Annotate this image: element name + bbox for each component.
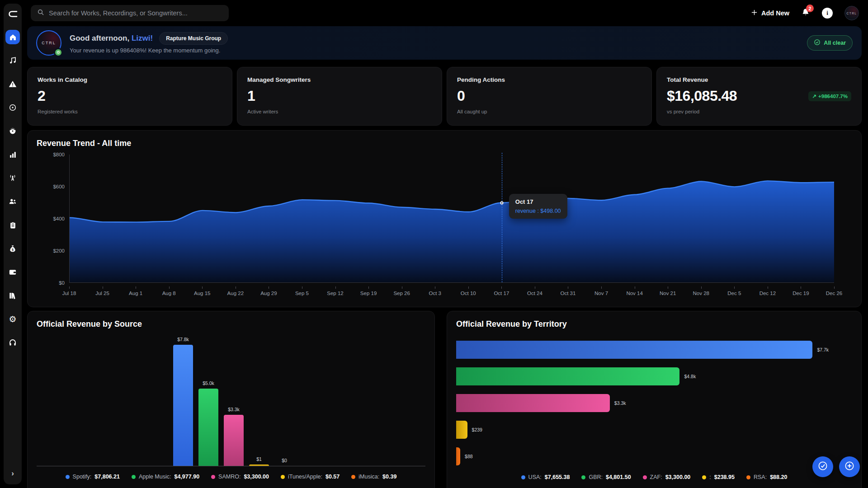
card-works-in-catalog[interactable]: Works in Catalog 2 Registered works (27, 67, 232, 126)
revenue-trend-panel: Revenue Trend - All time $0$200$400$600$… (27, 130, 862, 307)
org-avatar[interactable]: CTRL ⚙ (36, 30, 61, 56)
trend-chart[interactable]: $0$200$400$600$800 Oct (37, 153, 852, 302)
bar-SAMRO[interactable] (224, 415, 244, 466)
add-new-button[interactable]: Add New (751, 9, 789, 17)
legend-dot (746, 475, 750, 479)
sidebar-item-analytics[interactable] (5, 147, 20, 162)
sidebar-item-distribution[interactable] (5, 171, 20, 185)
x-tick (801, 286, 801, 289)
x-tick-label: Aug 29 (260, 291, 277, 296)
user-name: Lizwi! (132, 34, 153, 42)
org-badge[interactable]: Rapture Music Group (159, 32, 228, 45)
legend-dot (581, 475, 585, 479)
revenue-by-territory-panel: Official Revenue by Territory $7.7k$4.8k… (447, 311, 862, 488)
x-tick (668, 286, 668, 289)
sidebar-item-catalog[interactable] (5, 53, 20, 68)
legend-value: $4,977.90 (174, 474, 199, 480)
bar-GBR[interactable] (456, 367, 679, 385)
all-clear-badge[interactable]: All clear (807, 35, 853, 51)
pending-count: 0 (457, 88, 465, 104)
trend-plot-area[interactable]: Oct 17 revenue : $498.00 (69, 155, 834, 283)
bar-value-label: $3.3k (614, 400, 626, 406)
legend-dot (281, 475, 285, 479)
bar-value-label: $3.3k (228, 407, 240, 412)
info-button[interactable]: i (822, 8, 833, 19)
ctrl-logo-icon[interactable] (8, 10, 18, 20)
sidebar-item-releases[interactable] (5, 124, 20, 138)
sidebar-item-alerts[interactable] (5, 77, 20, 91)
legend-value: $7,655.38 (545, 474, 570, 480)
vinyl-record-icon (9, 103, 17, 112)
legend-label: iTunes/Apple: (288, 474, 322, 480)
bar-USA[interactable] (456, 341, 812, 359)
x-tick-label: Aug 15 (194, 291, 210, 296)
x-tick (335, 286, 336, 289)
sidebar-item-settings[interactable]: ⚙ (5, 312, 20, 326)
sidebar-item-earnings[interactable]: $ (5, 241, 20, 256)
bottom-charts-row: Official Revenue by Source $7.8k$5.0k$3.… (27, 311, 862, 488)
x-tick (768, 286, 768, 289)
bar-Spotify[interactable] (173, 345, 193, 466)
bar-iTunes/Apple[interactable] (249, 465, 269, 466)
check-circle-icon (817, 460, 828, 473)
legend-dot (66, 475, 70, 479)
broadcast-tower-icon (9, 174, 17, 182)
sidebar-item-library[interactable] (5, 288, 20, 303)
trend-x-axis: Jul 18Jul 25Aug 1Aug 8Aug 15Aug 22Aug 29… (69, 286, 834, 302)
card-total-revenue[interactable]: Total Revenue $16,085.48 ↗ +986407.7% vs… (656, 67, 862, 126)
user-avatar[interactable]: CTRL (844, 6, 859, 20)
sidebar-expand-chevron[interactable]: › (8, 467, 18, 480)
settings-gear-icon: ⚙ (9, 315, 16, 324)
search-input[interactable] (49, 9, 222, 17)
banner-text: Good afternoon, Lizwi! Rapture Music Gro… (70, 32, 228, 54)
notification-count-badge: 2 (806, 5, 814, 12)
source-title: Official Revenue by Source (37, 319, 425, 329)
legend-value: $3,300.00 (244, 474, 269, 480)
data-point-marker (500, 201, 503, 204)
x-tick (69, 286, 70, 289)
card-managed-songwriters[interactable]: Managed Songwriters 1 Active writers (237, 67, 442, 126)
chart-tooltip: Oct 17 revenue : $498.00 (509, 194, 567, 219)
add-fab-button[interactable] (839, 456, 860, 477)
x-tick-label: Nov 21 (660, 291, 676, 296)
sidebar-item-recordings[interactable] (5, 100, 20, 115)
trend-y-axis: $0$200$400$600$800 (37, 155, 65, 283)
legend-label: ZAF: (650, 474, 662, 480)
legend-label: Apple Music: (139, 474, 171, 480)
sidebar-item-tasks[interactable] (5, 218, 20, 232)
x-tick (402, 286, 402, 289)
x-tick-label: Aug 22 (227, 291, 244, 296)
hover-guide-line (502, 153, 502, 282)
bar-RSA[interactable] (456, 447, 460, 465)
bar-value-label: $239 (472, 427, 482, 432)
legend-value: $0.39 (382, 474, 396, 480)
territory-bar-chart[interactable]: $7.7k$4.8k$3.3k$239$88 (456, 341, 852, 465)
source-bar-chart[interactable]: $7.8k$5.0k$3.3k$1$0 (37, 344, 425, 466)
info-icon: i (826, 9, 828, 17)
search-box[interactable] (31, 5, 229, 21)
bar-Apple Music[interactable] (198, 389, 218, 466)
legend-dot (702, 475, 706, 479)
clipboard-icon (9, 221, 17, 229)
sidebar-item-support[interactable] (5, 335, 20, 350)
card-pending-actions[interactable]: Pending Actions 0 All caught up (447, 67, 652, 126)
main-content: Add New 2 i CTRL CTRL ⚙ Good afternoon, … (27, 0, 862, 488)
legend-label: Spotify: (73, 474, 92, 480)
money-bag-icon: $ (9, 244, 17, 253)
notifications-button[interactable]: 2 (801, 8, 810, 19)
x-tick-label: Dec 26 (826, 291, 842, 296)
bar-territory[interactable] (456, 421, 467, 439)
sidebar-item-payments[interactable] (5, 265, 20, 279)
approve-fab-button[interactable] (812, 456, 833, 477)
bar-ZAF[interactable] (456, 394, 610, 412)
home-icon (9, 33, 17, 41)
x-tick (169, 286, 170, 289)
x-tick-label: Nov 14 (626, 291, 642, 296)
sidebar-item-songwriters[interactable] (5, 194, 20, 209)
sidebar-item-dashboard[interactable] (5, 30, 20, 44)
disc-icon (9, 127, 17, 135)
legend-dot (211, 475, 215, 479)
legend-value: $3,300.00 (665, 474, 691, 480)
x-tick (734, 286, 735, 289)
x-tick-label: Nov 28 (693, 291, 709, 296)
